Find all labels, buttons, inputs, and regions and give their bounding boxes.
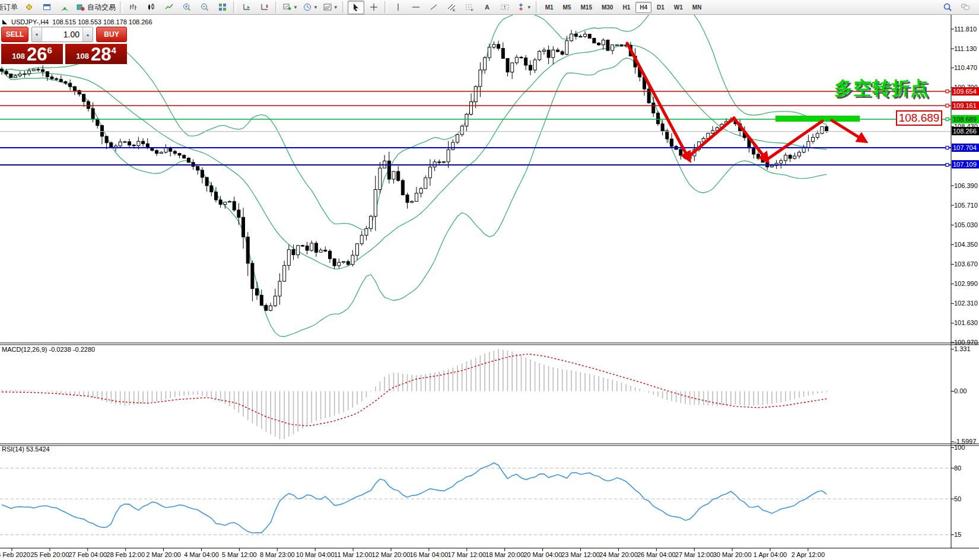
zoom-out-icon (200, 2, 209, 12)
vertical-line-button[interactable] (390, 1, 406, 14)
horizontal-line-icon (411, 2, 421, 12)
buy-price-sup: 4 (111, 45, 116, 55)
text-icon: A (482, 2, 492, 12)
search-icon[interactable] (939, 1, 956, 14)
volume-stepper: ▼ ▲ (31, 27, 93, 42)
tile-windows-button[interactable] (214, 1, 231, 14)
buy-price-prefix: 108 (76, 52, 89, 61)
autotrading-button-label: 自动交易 (87, 2, 116, 12)
fibonacci-icon: F (465, 2, 474, 12)
timeframe-h1-button[interactable]: H1 (618, 2, 634, 13)
tile-windows-icon (218, 2, 227, 12)
new-chart-icon (282, 2, 292, 12)
sell-price-big: 26 (27, 47, 47, 62)
one-click-trade-panel: SELL ▼ ▲ BUY 108 26 6 108 28 4 (1, 27, 127, 64)
vertical-line-icon (393, 2, 403, 12)
svg-text:F: F (471, 8, 473, 12)
candle-chart-icon (147, 2, 156, 12)
sell-price-display[interactable]: 108 26 6 (1, 44, 63, 64)
toolbar: 新订单自动交易▼▼▼EFAT▼M1M5M15M30H1H4D1W1MN (0, 0, 979, 15)
horizontal-line-button[interactable] (408, 1, 424, 14)
new-chart-button[interactable]: ▼ (281, 1, 300, 14)
new-chart-button-caret[interactable]: ▼ (293, 5, 298, 10)
mt4-window: 新订单自动交易▼▼▼EFAT▼M1M5M15M30H1H4D1W1MN USDJ… (0, 0, 979, 560)
timeframe-d1-button[interactable]: D1 (653, 2, 669, 13)
crosshair-button[interactable] (365, 1, 382, 14)
metaeditor-icon-icon (24, 2, 34, 12)
timeframe-w1-button[interactable]: W1 (670, 2, 687, 13)
periods-button-caret[interactable]: ▼ (313, 5, 318, 10)
chart-surface[interactable]: USDJPY-,H4 108.515 108.553 108.178 108.2… (0, 0, 979, 560)
templates-icon (323, 2, 332, 12)
market-watch-icon-icon (42, 2, 52, 12)
zoom-in-button[interactable] (179, 1, 195, 14)
cursor-icon (351, 2, 361, 12)
line-chart-button[interactable] (161, 1, 177, 14)
periods-button[interactable]: ▼ (301, 1, 320, 14)
candle-chart-button[interactable] (143, 1, 160, 14)
toolbar-separator (342, 1, 345, 13)
toolbar-separator (536, 1, 539, 13)
periods-icon (303, 2, 312, 12)
chart-shift-icon (260, 2, 269, 12)
timeframe-m1-button[interactable]: M1 (541, 2, 558, 13)
sell-button[interactable]: SELL (1, 27, 28, 42)
chart-shift-button[interactable] (256, 1, 273, 14)
timeframe-h4-button[interactable]: H4 (635, 2, 651, 13)
fibonacci-button[interactable]: F (461, 1, 478, 14)
zoom-out-button[interactable] (196, 1, 213, 14)
chart-canvas[interactable] (0, 0, 979, 560)
timeframe-m5-button[interactable]: M5 (559, 2, 576, 13)
templates-button[interactable]: ▼ (321, 1, 340, 14)
sell-price-prefix: 108 (12, 52, 25, 61)
templates-button-caret[interactable]: ▼ (333, 5, 338, 10)
trendline-icon (429, 2, 438, 12)
bar-chart-button[interactable] (125, 1, 142, 14)
chat-icon[interactable] (957, 1, 974, 14)
svg-text:E: E (453, 8, 455, 12)
timeframe-mn-button[interactable]: MN (688, 2, 706, 13)
cursor-button[interactable] (348, 1, 364, 14)
signals-icon[interactable] (56, 1, 73, 14)
toolbar-separator (120, 1, 123, 13)
label-button[interactable]: T (497, 1, 513, 14)
timeframe-m30-button[interactable]: M30 (597, 2, 617, 13)
svg-text:T: T (503, 5, 506, 9)
toolbar-separator (233, 1, 236, 13)
line-chart-icon (164, 2, 174, 12)
bar-chart-icon (129, 2, 138, 12)
trendline-button[interactable] (425, 1, 442, 14)
new-order-button-label: 新订单 (0, 2, 18, 12)
sell-price-sup: 6 (47, 45, 52, 55)
auto-scroll-button[interactable] (239, 1, 255, 14)
svg-text:A: A (485, 4, 490, 11)
volume-input[interactable] (42, 27, 82, 42)
buy-button[interactable]: BUY (96, 27, 127, 42)
autotrading-button[interactable]: 自动交易 (74, 1, 117, 14)
buy-price-display[interactable]: 108 28 4 (65, 44, 127, 64)
auto-scroll-icon (242, 2, 252, 12)
crosshair-icon (369, 2, 379, 12)
label-icon: T (500, 2, 510, 12)
new-order-button[interactable]: 新订单 (0, 1, 20, 14)
market-watch-icon[interactable] (39, 1, 55, 14)
volume-down-button[interactable]: ▼ (32, 27, 42, 42)
shapes-button[interactable]: ▼ (514, 1, 533, 14)
shapes-button-caret[interactable]: ▼ (527, 5, 532, 10)
channel-button[interactable]: E (443, 1, 460, 14)
metaeditor-icon[interactable] (21, 1, 37, 14)
shapes-icon (516, 2, 526, 12)
signals-icon-icon (60, 2, 69, 12)
autotrading-icon (76, 2, 85, 12)
channel-icon: E (447, 2, 456, 12)
buy-price-big: 28 (91, 47, 111, 62)
toolbar-separator (384, 1, 387, 13)
zoom-in-icon (182, 2, 192, 12)
toolbar-separator (275, 1, 278, 13)
timeframe-m15-button[interactable]: M15 (577, 2, 596, 13)
volume-up-button[interactable]: ▲ (82, 27, 93, 42)
text-button[interactable]: A (479, 1, 495, 14)
